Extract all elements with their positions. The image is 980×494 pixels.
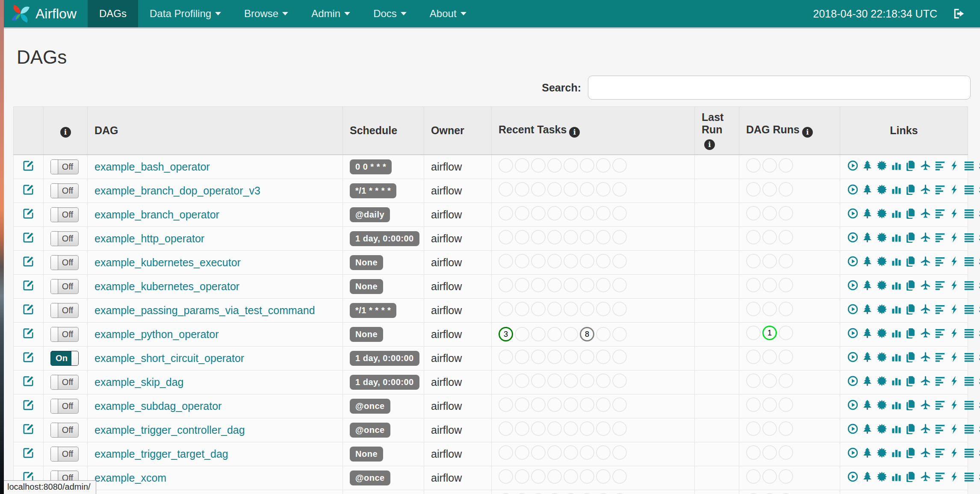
dag-run-state-circle[interactable] [746,350,761,364]
bar-chart-icon[interactable] [891,471,902,482]
task-state-circle[interactable] [612,206,627,221]
play-circle-icon[interactable] [847,232,859,243]
align-left-icon[interactable] [934,447,946,459]
copy-icon[interactable] [905,327,917,339]
play-circle-icon[interactable] [847,351,859,363]
bolt-icon[interactable] [949,232,960,243]
dag-run-state-circle[interactable] [779,469,793,484]
task-state-circle[interactable] [515,278,529,292]
info-icon[interactable] [704,139,715,150]
task-state-circle[interactable] [515,350,529,364]
task-state-circle[interactable] [612,397,627,412]
bolt-icon[interactable] [949,447,960,459]
dag-run-state-circle[interactable] [762,302,777,316]
burst-icon[interactable] [876,423,888,435]
bolt-icon[interactable] [949,279,960,291]
plane-icon[interactable] [920,232,931,243]
align-left-icon[interactable] [934,232,946,243]
header-recent-tasks[interactable]: Recent Tasks [492,107,695,155]
dag-run-state-circle[interactable] [762,158,777,173]
task-state-circle[interactable] [547,373,562,388]
edit-dag-icon[interactable] [22,327,35,339]
header-dag-runs[interactable]: DAG Runs [739,107,840,155]
bar-chart-icon[interactable] [891,351,902,363]
dag-run-state-circle[interactable] [746,326,761,340]
task-state-circle[interactable] [564,302,578,316]
tree-icon[interactable] [862,471,873,482]
search-input[interactable] [588,76,971,100]
dag-run-state-circle[interactable] [779,373,793,388]
plane-icon[interactable] [920,375,931,387]
bolt-icon[interactable] [949,471,960,482]
dag-run-state-circle[interactable] [762,230,777,244]
nav-item-data-profiling[interactable]: Data Profiling [138,0,233,27]
task-state-circle[interactable] [499,445,513,460]
copy-icon[interactable] [905,423,917,435]
task-state-circle[interactable] [612,373,627,388]
edit-dag-icon[interactable] [22,423,35,435]
plane-icon[interactable] [920,160,931,171]
dag-run-state-circle[interactable] [762,397,777,412]
bolt-icon[interactable] [949,208,960,219]
dag-link[interactable]: example_subdag_operator [94,400,221,412]
align-justify-icon[interactable] [963,351,975,363]
refresh-icon[interactable] [978,423,980,435]
task-state-circle[interactable] [547,182,562,197]
dag-pause-toggle[interactable]: Off [50,255,79,270]
tree-icon[interactable] [862,303,873,315]
align-justify-icon[interactable] [963,232,975,243]
task-state-circle[interactable] [547,254,562,268]
task-state-circle[interactable] [612,469,627,484]
align-left-icon[interactable] [934,184,946,195]
dag-run-state-circle[interactable] [746,230,761,244]
align-justify-icon[interactable] [963,256,975,267]
play-circle-icon[interactable] [847,375,859,387]
task-state-circle[interactable] [499,158,513,173]
tree-icon[interactable] [862,423,873,435]
align-left-icon[interactable] [934,256,946,267]
play-circle-icon[interactable] [847,447,859,459]
task-state-circle[interactable] [515,158,529,173]
dag-run-state-circle[interactable] [746,278,761,292]
task-state-circle[interactable]: 8 [580,327,594,341]
refresh-icon[interactable] [978,208,980,219]
bolt-icon[interactable] [949,256,960,267]
dag-run-state-circle[interactable] [746,421,761,436]
task-state-circle[interactable] [547,350,562,364]
align-justify-icon[interactable] [963,375,975,387]
bolt-icon[interactable] [949,351,960,363]
bolt-icon[interactable] [949,327,960,339]
dag-run-state-circle[interactable] [762,445,777,460]
task-state-circle[interactable] [499,230,513,244]
bolt-icon[interactable] [949,399,960,411]
task-state-circle[interactable] [547,206,562,221]
edit-dag-icon[interactable] [22,231,35,244]
edit-dag-icon[interactable] [22,399,35,411]
dag-pause-toggle[interactable]: Off [50,375,79,390]
copy-icon[interactable] [905,351,917,363]
refresh-icon[interactable] [978,256,980,267]
tree-icon[interactable] [862,184,873,195]
schedule-badge[interactable]: 1 day, 0:00:00 [350,375,419,390]
brand[interactable]: Airflow [4,0,88,27]
task-state-circle[interactable] [596,327,611,341]
task-state-circle[interactable] [580,302,594,316]
tree-icon[interactable] [862,375,873,387]
refresh-icon[interactable] [978,327,980,339]
task-state-circle[interactable] [596,158,611,173]
task-state-circle[interactable] [531,158,546,173]
task-state-circle[interactable] [596,421,611,436]
nav-item-browse[interactable]: Browse [233,0,300,27]
task-state-circle[interactable] [612,278,627,292]
task-state-circle[interactable] [596,397,611,412]
bar-chart-icon[interactable] [891,184,902,195]
bolt-icon[interactable] [949,184,960,195]
dag-link[interactable]: example_short_circuit_operator [94,352,244,364]
dag-run-state-circle[interactable] [762,373,777,388]
schedule-badge[interactable]: */1 * * * * [350,183,396,198]
task-state-circle[interactable] [547,302,562,316]
play-circle-icon[interactable] [847,160,859,171]
refresh-icon[interactable] [978,184,980,195]
task-state-circle[interactable] [547,158,562,173]
task-state-circle[interactable] [580,230,594,244]
